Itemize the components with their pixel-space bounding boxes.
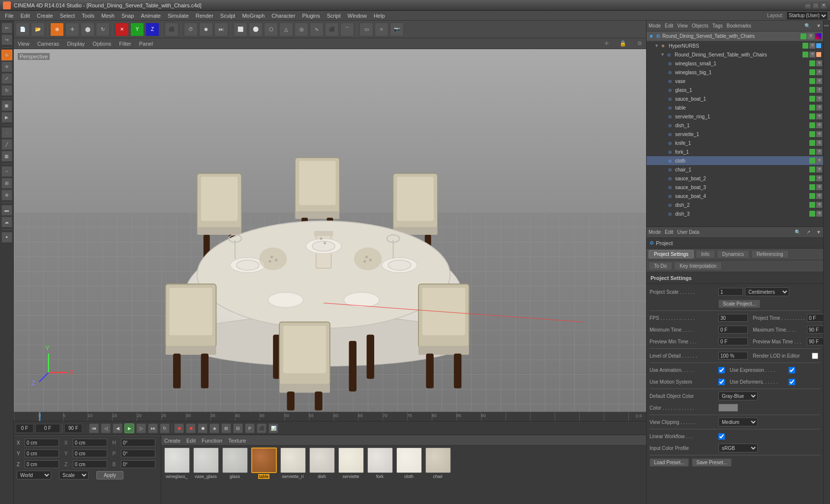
menu-script[interactable]: Script xyxy=(324,12,344,20)
tool-floor[interactable]: ▬ xyxy=(1,205,12,216)
obj-item-chair-1[interactable]: ◎ chair_1 ⠿ xyxy=(647,165,823,174)
tb-move-active[interactable]: ⊕ xyxy=(50,23,64,36)
mat-menu-edit[interactable]: Edit xyxy=(186,438,196,444)
keyframe-mgr[interactable]: ⬛ xyxy=(257,423,267,433)
tb-floor2[interactable]: ▭ xyxy=(359,23,373,36)
menu-mesh[interactable]: Mesh xyxy=(98,12,118,20)
vp-tab-cameras[interactable]: Cameras xyxy=(37,41,59,47)
tb-new[interactable]: 📄 xyxy=(16,23,30,36)
obj-tags-btn[interactable]: Tags xyxy=(712,23,723,28)
frame-all[interactable]: ⊟ xyxy=(233,423,243,433)
scale-project-button[interactable]: Scale Project... xyxy=(718,300,760,308)
tab-info[interactable]: Info xyxy=(696,250,715,258)
material-item-dish[interactable]: dish xyxy=(308,448,335,479)
prop-color-swatch[interactable] xyxy=(718,404,738,412)
obj-root-row[interactable]: ▼ ⚙ Round_Dining_Served_Table_with_Chair… xyxy=(647,31,823,41)
obj-item-table[interactable]: ◎ table ⠿ xyxy=(647,103,823,112)
vp-tab-panel[interactable]: Panel xyxy=(139,41,153,47)
transport-fps-display[interactable] xyxy=(35,424,60,433)
obj-vis-sb3[interactable] xyxy=(809,184,815,190)
menu-edit[interactable]: Edit xyxy=(18,12,33,20)
obj-dots-s1[interactable]: ⠿ xyxy=(816,131,822,137)
obj-dots-sb4[interactable]: ⠿ xyxy=(816,193,822,199)
obj-color-hypernurbs[interactable] xyxy=(816,43,821,48)
menu-create[interactable]: Create xyxy=(34,12,56,20)
obj-root-color[interactable] xyxy=(815,33,821,39)
obj-vis-wb[interactable] xyxy=(809,69,815,75)
motion-path[interactable]: P xyxy=(245,423,255,433)
obj-root-vis[interactable] xyxy=(800,33,806,39)
material-item-vase-glass[interactable]: vase_glass xyxy=(192,448,219,479)
obj-vis-knife[interactable] xyxy=(809,140,815,146)
prop-useanimation-check[interactable] xyxy=(718,367,725,373)
obj-item-fork[interactable]: ◎ fork_1 ⠿ xyxy=(647,147,823,156)
tb-move[interactable]: ✛ xyxy=(65,23,79,36)
obj-dots-table[interactable]: ⠿ xyxy=(816,105,822,111)
obj-dots-hypernurbs[interactable]: ⠿ xyxy=(809,43,815,49)
tool-move[interactable]: ✛ xyxy=(1,61,12,72)
obj-vis-main[interactable] xyxy=(802,52,808,57)
material-item-wineglass[interactable]: wineglass_ xyxy=(163,448,190,479)
obj-item-wineglass-big[interactable]: ◎ wineglass_big_1 ⠿ xyxy=(647,68,823,77)
record-all[interactable]: ⏺ xyxy=(198,423,208,433)
obj-dots-vase[interactable]: ⠿ xyxy=(816,78,822,84)
mat-menu-create[interactable]: Create xyxy=(164,438,180,444)
play[interactable]: ▶ xyxy=(124,423,134,433)
end-frame-input[interactable] xyxy=(64,424,82,433)
save-preset-button[interactable]: Save Preset... xyxy=(692,458,732,467)
obj-vis-s1[interactable] xyxy=(809,131,815,137)
tool-undo[interactable]: ↩ xyxy=(1,23,12,33)
prop-mintime-input[interactable] xyxy=(718,326,748,334)
tb-open[interactable]: 📂 xyxy=(31,23,45,36)
obj-search-icon[interactable]: 🔍 xyxy=(804,23,810,28)
tb-obj-axis[interactable]: ✕ xyxy=(115,23,129,36)
prop-colorprofile-select[interactable]: sRGB Linear xyxy=(718,444,758,452)
tool-generator[interactable]: ⊞ xyxy=(1,178,12,189)
obj-vis-d3[interactable] xyxy=(809,211,815,217)
close-button[interactable]: ✕ xyxy=(820,2,827,9)
tb-record-active[interactable]: ⏭ xyxy=(214,23,228,36)
material-item-glass[interactable]: glass xyxy=(221,448,248,479)
tool-poly-mode[interactable]: ▦ xyxy=(1,151,12,162)
obj-dots-cloth[interactable]: ⠿ xyxy=(816,158,822,164)
obj-item-sauce-boat-1[interactable]: ◎ sauce_boat_1 ⠿ xyxy=(647,94,823,103)
tool-redo[interactable]: ↪ xyxy=(1,34,12,45)
mat-menu-texture[interactable]: Texture xyxy=(228,438,246,444)
coord-x-input[interactable] xyxy=(25,439,59,447)
obj-vis-cloth[interactable] xyxy=(809,158,815,164)
coord-ey-input[interactable] xyxy=(73,449,107,457)
obj-options-icon[interactable]: ▼ xyxy=(816,23,821,28)
load-preset-button[interactable]: Load Preset... xyxy=(650,458,689,467)
material-item-serviette[interactable]: serviette xyxy=(337,448,364,479)
obj-item-glass[interactable]: ◎ glass_1 ⠿ xyxy=(647,85,823,94)
prop-options-icon[interactable]: ▼ xyxy=(816,229,821,235)
obj-dots-ws[interactable]: ⠿ xyxy=(816,60,822,66)
prop-renderlod-check[interactable] xyxy=(812,353,818,359)
prop-usedeformers-check[interactable] xyxy=(789,379,795,385)
tab-key-interpolation[interactable]: Key Interpolation xyxy=(674,262,722,270)
obj-vis-glass[interactable] xyxy=(809,87,815,93)
coord-y-input[interactable] xyxy=(25,449,59,457)
obj-item-wineglass-small[interactable]: ◎ wineglass_small_1 ⠿ xyxy=(647,59,823,68)
obj-vis-chair[interactable] xyxy=(809,167,815,172)
obj-item-knife[interactable]: ◎ knife_1 ⠿ xyxy=(647,139,823,147)
record[interactable]: ⏺ xyxy=(174,423,184,433)
layout-select[interactable]: Startup (User) xyxy=(786,11,828,20)
tool-spline[interactable]: ~ xyxy=(1,166,12,177)
vp-lock[interactable]: 🔒 xyxy=(620,40,626,47)
vp-expand[interactable]: ✛ xyxy=(604,40,609,47)
prop-defaultcolor-select[interactable]: Gray-Blue xyxy=(718,392,758,400)
obj-vis-sb2[interactable] xyxy=(809,175,815,181)
obj-item-serviette-ring[interactable]: ◎ serviette_ring_1 ⠿ xyxy=(647,112,823,121)
obj-dots-fork[interactable]: ⠿ xyxy=(816,149,822,155)
menu-simulate[interactable]: Simulate xyxy=(165,12,192,20)
tb-rotate[interactable]: ↻ xyxy=(96,23,110,36)
tool-sky[interactable]: ☁ xyxy=(1,217,12,227)
prop-edit-btn[interactable]: Edit xyxy=(665,229,673,235)
obj-dots-d2[interactable]: ⠿ xyxy=(816,202,822,208)
obj-mode-btn[interactable]: Mode xyxy=(649,23,661,28)
obj-expand-main[interactable]: ▼ xyxy=(660,52,665,57)
menu-character[interactable]: Character xyxy=(268,12,298,20)
obj-dots-knife[interactable]: ⠿ xyxy=(816,140,822,146)
current-frame-input[interactable] xyxy=(16,424,33,433)
